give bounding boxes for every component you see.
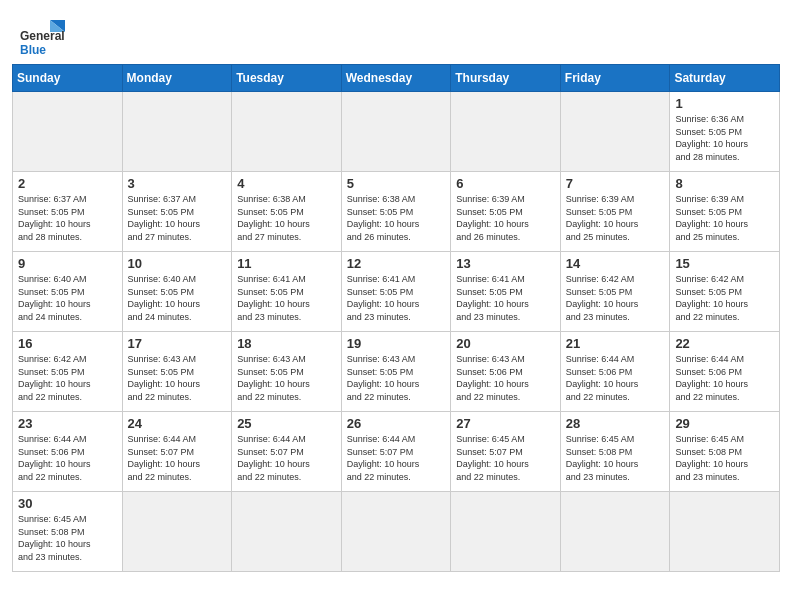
calendar-cell: 3Sunrise: 6:37 AM Sunset: 5:05 PM Daylig… — [122, 172, 232, 252]
svg-text:General: General — [20, 29, 65, 43]
day-number: 19 — [347, 336, 446, 351]
day-number: 3 — [128, 176, 227, 191]
calendar-cell: 10Sunrise: 6:40 AM Sunset: 5:05 PM Dayli… — [122, 252, 232, 332]
header: GeneralBlue — [0, 0, 792, 64]
calendar-cell: 8Sunrise: 6:39 AM Sunset: 5:05 PM Daylig… — [670, 172, 780, 252]
day-info: Sunrise: 6:45 AM Sunset: 5:08 PM Dayligh… — [18, 513, 117, 563]
day-number: 9 — [18, 256, 117, 271]
day-number: 20 — [456, 336, 555, 351]
calendar-cell: 24Sunrise: 6:44 AM Sunset: 5:07 PM Dayli… — [122, 412, 232, 492]
day-info: Sunrise: 6:44 AM Sunset: 5:07 PM Dayligh… — [128, 433, 227, 483]
day-number: 7 — [566, 176, 665, 191]
day-info: Sunrise: 6:41 AM Sunset: 5:05 PM Dayligh… — [456, 273, 555, 323]
calendar-cell — [13, 92, 123, 172]
calendar-week-0: 1Sunrise: 6:36 AM Sunset: 5:05 PM Daylig… — [13, 92, 780, 172]
calendar-cell — [560, 92, 670, 172]
weekday-header-friday: Friday — [560, 65, 670, 92]
day-number: 25 — [237, 416, 336, 431]
day-info: Sunrise: 6:43 AM Sunset: 5:06 PM Dayligh… — [456, 353, 555, 403]
day-number: 24 — [128, 416, 227, 431]
calendar-week-3: 16Sunrise: 6:42 AM Sunset: 5:05 PM Dayli… — [13, 332, 780, 412]
day-info: Sunrise: 6:42 AM Sunset: 5:05 PM Dayligh… — [18, 353, 117, 403]
calendar-cell: 16Sunrise: 6:42 AM Sunset: 5:05 PM Dayli… — [13, 332, 123, 412]
calendar-cell — [122, 492, 232, 572]
day-info: Sunrise: 6:42 AM Sunset: 5:05 PM Dayligh… — [566, 273, 665, 323]
day-number: 1 — [675, 96, 774, 111]
calendar-table: SundayMondayTuesdayWednesdayThursdayFrid… — [12, 64, 780, 572]
svg-text:Blue: Blue — [20, 43, 46, 56]
day-info: Sunrise: 6:44 AM Sunset: 5:07 PM Dayligh… — [347, 433, 446, 483]
calendar-cell: 4Sunrise: 6:38 AM Sunset: 5:05 PM Daylig… — [232, 172, 342, 252]
calendar-header: SundayMondayTuesdayWednesdayThursdayFrid… — [13, 65, 780, 92]
day-number: 30 — [18, 496, 117, 511]
day-number: 8 — [675, 176, 774, 191]
calendar-cell — [560, 492, 670, 572]
calendar-cell: 28Sunrise: 6:45 AM Sunset: 5:08 PM Dayli… — [560, 412, 670, 492]
calendar-cell: 13Sunrise: 6:41 AM Sunset: 5:05 PM Dayli… — [451, 252, 561, 332]
day-info: Sunrise: 6:40 AM Sunset: 5:05 PM Dayligh… — [18, 273, 117, 323]
calendar-week-2: 9Sunrise: 6:40 AM Sunset: 5:05 PM Daylig… — [13, 252, 780, 332]
day-number: 16 — [18, 336, 117, 351]
calendar-cell: 25Sunrise: 6:44 AM Sunset: 5:07 PM Dayli… — [232, 412, 342, 492]
weekday-row: SundayMondayTuesdayWednesdayThursdayFrid… — [13, 65, 780, 92]
day-number: 23 — [18, 416, 117, 431]
day-info: Sunrise: 6:44 AM Sunset: 5:06 PM Dayligh… — [566, 353, 665, 403]
day-info: Sunrise: 6:37 AM Sunset: 5:05 PM Dayligh… — [18, 193, 117, 243]
calendar-week-1: 2Sunrise: 6:37 AM Sunset: 5:05 PM Daylig… — [13, 172, 780, 252]
calendar-cell: 18Sunrise: 6:43 AM Sunset: 5:05 PM Dayli… — [232, 332, 342, 412]
calendar-body: 1Sunrise: 6:36 AM Sunset: 5:05 PM Daylig… — [13, 92, 780, 572]
day-info: Sunrise: 6:41 AM Sunset: 5:05 PM Dayligh… — [237, 273, 336, 323]
calendar-cell — [451, 92, 561, 172]
logo: GeneralBlue — [20, 16, 70, 56]
day-info: Sunrise: 6:39 AM Sunset: 5:05 PM Dayligh… — [566, 193, 665, 243]
weekday-header-tuesday: Tuesday — [232, 65, 342, 92]
calendar-cell: 15Sunrise: 6:42 AM Sunset: 5:05 PM Dayli… — [670, 252, 780, 332]
day-info: Sunrise: 6:41 AM Sunset: 5:05 PM Dayligh… — [347, 273, 446, 323]
calendar-cell: 5Sunrise: 6:38 AM Sunset: 5:05 PM Daylig… — [341, 172, 451, 252]
day-info: Sunrise: 6:43 AM Sunset: 5:05 PM Dayligh… — [128, 353, 227, 403]
calendar-cell: 6Sunrise: 6:39 AM Sunset: 5:05 PM Daylig… — [451, 172, 561, 252]
weekday-header-saturday: Saturday — [670, 65, 780, 92]
weekday-header-sunday: Sunday — [13, 65, 123, 92]
day-number: 13 — [456, 256, 555, 271]
calendar-cell: 19Sunrise: 6:43 AM Sunset: 5:05 PM Dayli… — [341, 332, 451, 412]
weekday-header-thursday: Thursday — [451, 65, 561, 92]
day-number: 10 — [128, 256, 227, 271]
day-number: 5 — [347, 176, 446, 191]
calendar-cell — [232, 492, 342, 572]
day-info: Sunrise: 6:45 AM Sunset: 5:07 PM Dayligh… — [456, 433, 555, 483]
day-info: Sunrise: 6:44 AM Sunset: 5:07 PM Dayligh… — [237, 433, 336, 483]
day-info: Sunrise: 6:45 AM Sunset: 5:08 PM Dayligh… — [675, 433, 774, 483]
calendar-cell: 2Sunrise: 6:37 AM Sunset: 5:05 PM Daylig… — [13, 172, 123, 252]
day-number: 22 — [675, 336, 774, 351]
calendar-cell: 23Sunrise: 6:44 AM Sunset: 5:06 PM Dayli… — [13, 412, 123, 492]
calendar-cell: 9Sunrise: 6:40 AM Sunset: 5:05 PM Daylig… — [13, 252, 123, 332]
day-number: 2 — [18, 176, 117, 191]
calendar-cell: 7Sunrise: 6:39 AM Sunset: 5:05 PM Daylig… — [560, 172, 670, 252]
calendar: SundayMondayTuesdayWednesdayThursdayFrid… — [0, 64, 792, 584]
calendar-cell — [341, 492, 451, 572]
calendar-cell: 1Sunrise: 6:36 AM Sunset: 5:05 PM Daylig… — [670, 92, 780, 172]
calendar-cell: 27Sunrise: 6:45 AM Sunset: 5:07 PM Dayli… — [451, 412, 561, 492]
day-info: Sunrise: 6:38 AM Sunset: 5:05 PM Dayligh… — [347, 193, 446, 243]
day-number: 26 — [347, 416, 446, 431]
calendar-cell: 14Sunrise: 6:42 AM Sunset: 5:05 PM Dayli… — [560, 252, 670, 332]
calendar-cell: 22Sunrise: 6:44 AM Sunset: 5:06 PM Dayli… — [670, 332, 780, 412]
day-info: Sunrise: 6:37 AM Sunset: 5:05 PM Dayligh… — [128, 193, 227, 243]
weekday-header-monday: Monday — [122, 65, 232, 92]
day-info: Sunrise: 6:39 AM Sunset: 5:05 PM Dayligh… — [456, 193, 555, 243]
day-number: 28 — [566, 416, 665, 431]
day-info: Sunrise: 6:43 AM Sunset: 5:05 PM Dayligh… — [347, 353, 446, 403]
day-number: 4 — [237, 176, 336, 191]
logo-icon: GeneralBlue — [20, 16, 70, 56]
day-number: 21 — [566, 336, 665, 351]
calendar-cell — [670, 492, 780, 572]
day-number: 12 — [347, 256, 446, 271]
day-number: 11 — [237, 256, 336, 271]
day-number: 29 — [675, 416, 774, 431]
calendar-cell: 17Sunrise: 6:43 AM Sunset: 5:05 PM Dayli… — [122, 332, 232, 412]
day-info: Sunrise: 6:43 AM Sunset: 5:05 PM Dayligh… — [237, 353, 336, 403]
calendar-cell: 11Sunrise: 6:41 AM Sunset: 5:05 PM Dayli… — [232, 252, 342, 332]
weekday-header-wednesday: Wednesday — [341, 65, 451, 92]
calendar-cell — [232, 92, 342, 172]
